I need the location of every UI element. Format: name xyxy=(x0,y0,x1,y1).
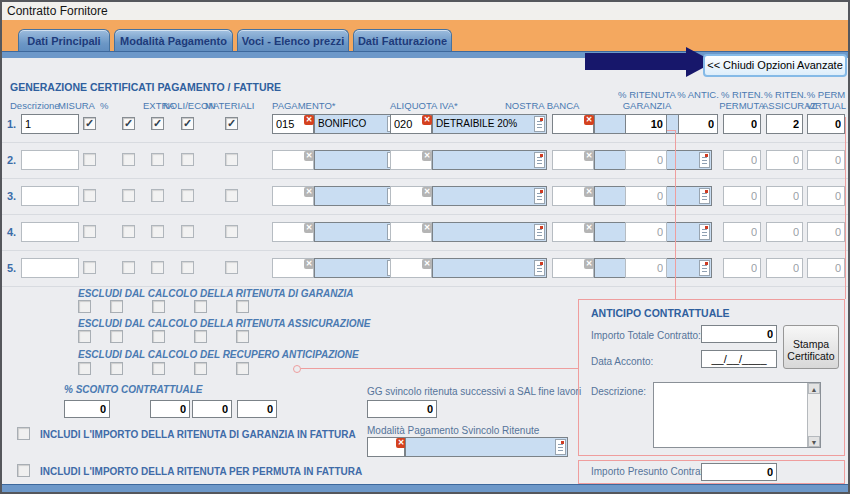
misura-checkbox[interactable] xyxy=(83,261,96,274)
sconto-input-3[interactable] xyxy=(192,400,232,418)
sconto-input-1[interactable] xyxy=(64,400,110,418)
sconto-input-4[interactable] xyxy=(237,400,277,418)
combo-picker-icon[interactable] xyxy=(699,260,710,276)
materiali-checkbox[interactable]: ✓ xyxy=(225,117,238,130)
combo-picker-icon[interactable] xyxy=(699,188,710,204)
noli-econ-checkbox[interactable] xyxy=(181,153,194,166)
clear-icon[interactable]: ✕ xyxy=(304,259,314,269)
escludi-assicurazione-checkbox-2[interactable] xyxy=(110,330,123,343)
percent-checkbox[interactable] xyxy=(122,225,135,238)
ritenuta-garanzia-input[interactable] xyxy=(625,186,667,206)
riten-permuta-input[interactable] xyxy=(723,186,761,206)
escludi-anticipazione-checkbox-3[interactable] xyxy=(152,362,165,375)
riten-permuta-input[interactable] xyxy=(723,150,761,170)
riten-permuta-input[interactable] xyxy=(723,222,761,242)
clear-icon[interactable]: ✕ xyxy=(584,115,594,125)
riten-assicuraz-input[interactable] xyxy=(766,258,803,278)
scrollbar[interactable]: ▲ ▼ xyxy=(807,383,820,447)
ritenuta-garanzia-input[interactable] xyxy=(625,150,667,170)
aliquota-value[interactable] xyxy=(432,150,547,170)
combo-picker-icon[interactable] xyxy=(534,260,545,276)
clear-icon[interactable]: ✕ xyxy=(422,223,432,233)
escludi-assicurazione-checkbox-1[interactable] xyxy=(78,330,91,343)
ritenuta-garanzia-input[interactable] xyxy=(625,258,667,278)
extra-checkbox[interactable] xyxy=(151,261,164,274)
escludi-anticipazione-checkbox-4[interactable] xyxy=(194,362,207,375)
importo-totale-input[interactable] xyxy=(701,325,777,343)
tab-modalita-pagamento[interactable]: Modalità Pagamento xyxy=(114,29,233,53)
escludi-assicurazione-checkbox-5[interactable] xyxy=(236,330,249,343)
data-acconto-input[interactable] xyxy=(701,350,777,368)
escludi-anticipazione-checkbox-1[interactable] xyxy=(78,362,91,375)
misura-checkbox[interactable]: ✓ xyxy=(83,117,96,130)
misura-checkbox[interactable] xyxy=(83,189,96,202)
noli-econ-checkbox[interactable] xyxy=(181,189,194,202)
extra-checkbox[interactable] xyxy=(151,189,164,202)
riten-assicuraz-input[interactable] xyxy=(766,114,803,134)
clear-icon[interactable]: ✕ xyxy=(584,187,594,197)
tab-dati-fatturazione[interactable]: Dati Fatturazione xyxy=(353,29,452,53)
perm-virtual-input[interactable] xyxy=(807,186,845,206)
perm-virtual-input[interactable] xyxy=(807,222,845,242)
riten-assicuraz-input[interactable] xyxy=(766,222,803,242)
clear-icon[interactable]: ✕ xyxy=(422,115,432,125)
gg-svincolo-input[interactable] xyxy=(367,400,437,418)
escludi-garanzia-checkbox-2[interactable] xyxy=(110,300,123,313)
ritenuta-garanzia-input[interactable] xyxy=(625,114,667,134)
percent-checkbox[interactable] xyxy=(122,189,135,202)
aliquota-value[interactable]: DETRAIBILE 20% xyxy=(432,114,547,134)
aliquota-value[interactable] xyxy=(432,186,547,206)
riten-assicuraz-input[interactable] xyxy=(766,186,803,206)
clear-icon[interactable]: ✕ xyxy=(422,187,432,197)
perm-virtual-input[interactable] xyxy=(807,258,845,278)
modalita-svincolo-value[interactable] xyxy=(405,437,568,457)
scroll-down-icon[interactable]: ▼ xyxy=(808,436,820,447)
escludi-garanzia-checkbox-4[interactable] xyxy=(194,300,207,313)
combo-picker-icon[interactable] xyxy=(699,152,710,168)
clear-icon[interactable]: ✕ xyxy=(422,259,432,269)
importo-presunto-input[interactable] xyxy=(701,463,777,481)
percent-checkbox[interactable]: ✓ xyxy=(122,117,135,130)
descrizione-textarea[interactable]: ▲ ▼ xyxy=(653,382,821,448)
descrizione-input[interactable] xyxy=(21,114,79,134)
antic-input[interactable] xyxy=(678,114,718,134)
tab-dati-principali[interactable]: Dati Principali xyxy=(18,29,110,53)
escludi-garanzia-checkbox-5[interactable] xyxy=(236,300,249,313)
clear-icon[interactable]: ✕ xyxy=(422,151,432,161)
escludi-assicurazione-checkbox-4[interactable] xyxy=(194,330,207,343)
riten-permuta-input[interactable] xyxy=(723,258,761,278)
materiali-checkbox[interactable] xyxy=(225,225,238,238)
noli-econ-checkbox[interactable] xyxy=(181,225,194,238)
descrizione-input[interactable] xyxy=(21,222,79,242)
riten-assicuraz-input[interactable] xyxy=(766,150,803,170)
materiali-checkbox[interactable] xyxy=(225,261,238,274)
tab-voci-elenco-prezzi[interactable]: Voci - Elenco prezzi xyxy=(237,29,349,53)
extra-checkbox[interactable] xyxy=(151,153,164,166)
aliquota-value[interactable] xyxy=(432,258,547,278)
escludi-assicurazione-checkbox-3[interactable] xyxy=(152,330,165,343)
percent-checkbox[interactable] xyxy=(122,153,135,166)
combo-picker-icon[interactable] xyxy=(534,152,545,168)
clear-icon[interactable]: ✕ xyxy=(304,115,314,125)
perm-virtual-input[interactable] xyxy=(807,150,845,170)
includi-garanzia-checkbox[interactable] xyxy=(17,427,30,440)
escludi-anticipazione-checkbox-2[interactable] xyxy=(110,362,123,375)
chiudi-opzioni-avanzate-button[interactable]: << Chiudi Opzioni Avanzate xyxy=(703,54,847,77)
clear-icon[interactable]: ✕ xyxy=(304,187,314,197)
ritenuta-garanzia-input[interactable] xyxy=(625,222,667,242)
descrizione-input[interactable] xyxy=(21,186,79,206)
riten-permuta-input[interactable] xyxy=(723,114,761,134)
extra-checkbox[interactable] xyxy=(151,225,164,238)
descrizione-input[interactable] xyxy=(21,150,79,170)
combo-picker-icon[interactable] xyxy=(534,188,545,204)
perm-virtual-input[interactable] xyxy=(807,114,845,134)
extra-checkbox[interactable]: ✓ xyxy=(151,117,164,130)
noli-econ-checkbox[interactable]: ✓ xyxy=(181,117,194,130)
percent-checkbox[interactable] xyxy=(122,261,135,274)
includi-permuta-checkbox[interactable] xyxy=(17,464,30,477)
combo-picker-icon[interactable] xyxy=(699,224,710,240)
combo-picker-icon[interactable] xyxy=(534,224,545,240)
clear-icon[interactable]: ✕ xyxy=(304,151,314,161)
materiali-checkbox[interactable] xyxy=(225,153,238,166)
aliquota-value[interactable] xyxy=(432,222,547,242)
